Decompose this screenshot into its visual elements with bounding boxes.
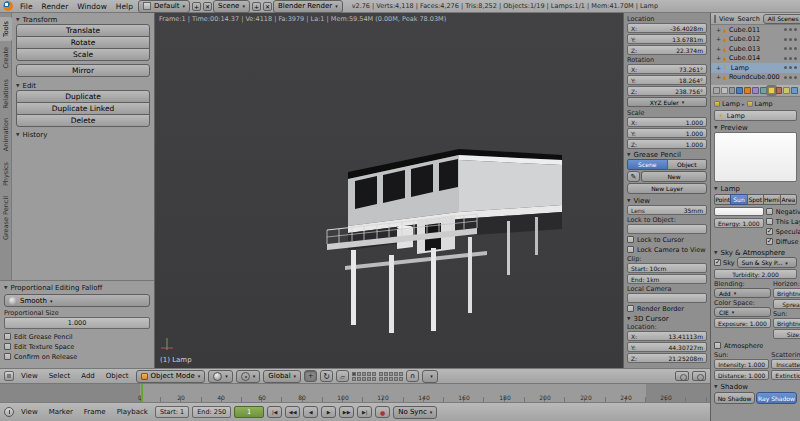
location-y-field[interactable]: Y:13.6781m <box>627 34 707 44</box>
expand-icon[interactable] <box>716 45 721 53</box>
outliner-view-menu[interactable]: View <box>719 15 734 23</box>
play-reverse-button[interactable] <box>303 406 318 418</box>
pivot-dropdown[interactable] <box>236 370 261 383</box>
visibility-icon[interactable] <box>784 66 787 69</box>
lamp-type-sun[interactable]: Sun <box>730 194 747 205</box>
physics-tab-icon[interactable] <box>791 87 798 94</box>
renderability-icon[interactable] <box>794 47 797 50</box>
gp-object-toggle[interactable]: Object <box>667 159 708 170</box>
select-menu[interactable]: Select <box>45 372 75 380</box>
add-menu[interactable]: Add <box>77 372 99 380</box>
lens-field[interactable]: Lens35mm <box>627 205 707 215</box>
mode-dropdown[interactable]: Object Mode <box>136 370 206 383</box>
outliner-item-cube012[interactable]: Cube.012 <box>711 35 800 45</box>
visibility-icon[interactable] <box>784 38 787 41</box>
manipulator-scale-icon[interactable] <box>336 370 349 382</box>
renderability-icon[interactable] <box>794 57 797 60</box>
edit-grease-pencil-checkbox[interactable]: Edit Grease Pencil <box>4 332 150 341</box>
mirror-button[interactable]: Mirror <box>16 64 150 77</box>
current-frame-field[interactable]: 1 <box>234 406 264 418</box>
object-tab-icon[interactable] <box>744 87 751 94</box>
selectability-icon[interactable] <box>789 76 792 79</box>
confirm-on-release-checkbox[interactable]: Confirm on Release <box>4 352 150 361</box>
inscattering-slider[interactable]: Inscattering: 1.0 <box>771 359 800 369</box>
sync-dropdown[interactable]: No Sync <box>393 406 437 419</box>
diffuse-checkbox[interactable]: Diffuse <box>766 237 800 246</box>
menu-window[interactable]: Window <box>73 2 111 11</box>
selectability-icon[interactable] <box>789 38 792 41</box>
jump-to-start-button[interactable] <box>267 406 282 418</box>
local-camera-field[interactable] <box>627 293 707 303</box>
orientation-dropdown[interactable]: Global <box>263 370 301 383</box>
distance-slider[interactable]: Distance: 1.000 <box>714 370 769 380</box>
delete-button[interactable]: Delete <box>16 114 150 127</box>
sky-checkbox[interactable] <box>714 259 721 266</box>
tab-physics[interactable]: Physics <box>0 158 12 190</box>
grease-pencil-draw-icon[interactable] <box>627 171 640 182</box>
renderability-icon[interactable] <box>794 66 797 69</box>
selectability-icon[interactable] <box>789 47 792 50</box>
panel-view[interactable]: View <box>627 196 707 205</box>
object-menu[interactable]: Object <box>102 372 133 380</box>
lock-to-cursor-checkbox[interactable]: Lock to Cursor <box>627 235 707 244</box>
play-button[interactable] <box>321 406 336 418</box>
outliner-scope-dropdown[interactable]: All Scenes <box>763 14 800 24</box>
outliner-item-cube011[interactable]: Cube.011 <box>711 25 800 35</box>
tab-relations[interactable]: Relations <box>0 75 12 113</box>
layers-group-2[interactable] <box>379 372 403 381</box>
lamp-color-swatch[interactable] <box>714 207 764 216</box>
lamp-type-hemi[interactable]: Hemi <box>763 194 781 205</box>
lamp-data-tab-icon[interactable] <box>768 87 775 94</box>
specular-checkbox[interactable]: Specular <box>766 227 800 236</box>
expand-icon[interactable] <box>716 54 721 62</box>
visibility-icon[interactable] <box>784 57 787 60</box>
lamp-type-point[interactable]: Point <box>714 194 731 205</box>
tab-create[interactable]: Create <box>0 43 12 73</box>
exposure-slider[interactable]: Exposure: 1.000 <box>714 318 771 328</box>
timeline-ruler[interactable]: 0 20 40 60 80 100 120 140 160 180 200 22… <box>0 384 710 403</box>
rotation-y-field[interactable]: Y:18.264° <box>627 75 707 85</box>
menu-render[interactable]: Render <box>38 2 73 11</box>
lamp-type-area[interactable]: Area <box>780 194 797 205</box>
scale-button[interactable]: Scale <box>16 48 150 61</box>
next-keyframe-button[interactable] <box>339 406 354 418</box>
timeline-view-menu[interactable]: View <box>17 408 42 416</box>
record-button[interactable] <box>375 406 390 418</box>
scale-z-field[interactable]: Z:1.000 <box>627 139 707 149</box>
panel-3d-cursor[interactable]: 3D Cursor <box>627 314 707 323</box>
selectability-icon[interactable] <box>789 57 792 60</box>
render-engine-dropdown[interactable]: Blender Render <box>273 0 343 13</box>
timeline-playback-menu[interactable]: Playback <box>113 408 152 416</box>
layer-only-checkbox[interactable]: This Layer Only <box>766 217 800 226</box>
manipulator-rotate-icon[interactable] <box>320 370 333 382</box>
energy-slider[interactable]: Energy: 1.000 <box>714 218 764 228</box>
panel-grease-pencil[interactable]: Grease Pencil <box>627 150 707 159</box>
panel-preview[interactable]: Preview <box>714 123 797 132</box>
visibility-icon[interactable] <box>784 47 787 50</box>
horizon-spread-slider[interactable]: Spread: 1.000 <box>773 299 800 309</box>
lamp-type-spot[interactable]: Spot <box>747 194 764 205</box>
outliner-item-lamp[interactable]: Lamp <box>711 63 800 73</box>
proportional-size-field[interactable]: 1.000 <box>4 317 150 329</box>
timeline-marker-menu[interactable]: Marker <box>45 408 77 416</box>
view-menu[interactable]: View <box>17 372 42 380</box>
visibility-icon[interactable] <box>784 76 787 79</box>
scale-y-field[interactable]: Y:1.000 <box>627 128 707 138</box>
negative-checkbox[interactable]: Negative <box>766 207 800 216</box>
panel-sky-atmosphere[interactable]: Sky & Atmosphere <box>714 248 797 257</box>
delete-scene-button[interactable]: ✕ <box>263 2 272 11</box>
render-layers-tab-icon[interactable] <box>721 87 728 94</box>
constraints-tab-icon[interactable] <box>752 87 759 94</box>
render-tab-icon[interactable] <box>713 87 720 94</box>
scene-tab-icon[interactable] <box>729 87 736 94</box>
visibility-icon[interactable] <box>784 28 787 31</box>
timeline-editor-icon[interactable] <box>4 407 14 417</box>
opengl-render-icon[interactable] <box>675 371 689 381</box>
world-tab-icon[interactable] <box>736 87 743 94</box>
shading-dropdown[interactable] <box>208 370 233 383</box>
texture-tab-icon[interactable] <box>776 87 783 94</box>
frame-start-field[interactable]: Start: 1 <box>155 406 189 418</box>
color-space-dropdown[interactable]: CIE <box>714 307 771 317</box>
rotation-x-field[interactable]: X:73.261° <box>627 64 707 74</box>
atmosphere-checkbox[interactable]: Atmosphere <box>714 341 797 350</box>
